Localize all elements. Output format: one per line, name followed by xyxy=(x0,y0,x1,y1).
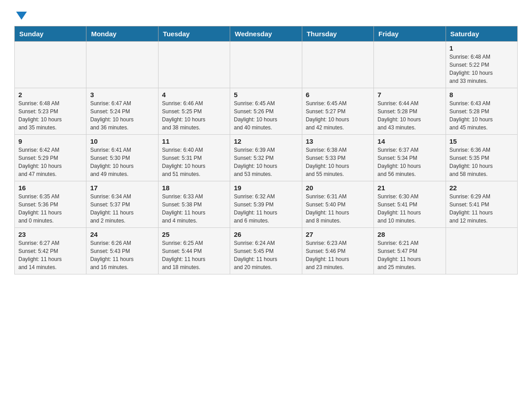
calendar-row-5: 23Sunrise: 6:27 AM Sunset: 5:42 PM Dayli… xyxy=(15,228,518,274)
day-number: 24 xyxy=(90,231,154,238)
calendar-row-1: 1Sunrise: 6:48 AM Sunset: 5:22 PM Daylig… xyxy=(15,42,518,88)
day-info: Sunrise: 6:32 AM Sunset: 5:39 PM Dayligh… xyxy=(234,193,298,225)
calendar-cell: 7Sunrise: 6:44 AM Sunset: 5:28 PM Daylig… xyxy=(374,88,446,135)
calendar-header-row: SundayMondayTuesdayWednesdayThursdayFrid… xyxy=(15,26,518,42)
calendar-row-2: 2Sunrise: 6:48 AM Sunset: 5:23 PM Daylig… xyxy=(15,88,518,135)
day-info: Sunrise: 6:40 AM Sunset: 5:31 PM Dayligh… xyxy=(162,146,226,178)
weekday-header-wednesday: Wednesday xyxy=(230,26,302,42)
day-number: 15 xyxy=(450,137,514,145)
day-info: Sunrise: 6:26 AM Sunset: 5:43 PM Dayligh… xyxy=(90,239,154,271)
logo xyxy=(14,11,27,19)
day-number: 25 xyxy=(162,231,226,238)
day-info: Sunrise: 6:46 AM Sunset: 5:25 PM Dayligh… xyxy=(162,99,226,132)
day-info: Sunrise: 6:44 AM Sunset: 5:28 PM Dayligh… xyxy=(378,99,442,132)
calendar-cell: 8Sunrise: 6:43 AM Sunset: 5:28 PM Daylig… xyxy=(446,88,517,135)
calendar-cell: 18Sunrise: 6:33 AM Sunset: 5:38 PM Dayli… xyxy=(158,181,230,228)
day-number: 12 xyxy=(234,137,298,145)
day-number: 27 xyxy=(306,231,370,238)
calendar-cell: 24Sunrise: 6:26 AM Sunset: 5:43 PM Dayli… xyxy=(86,228,158,274)
weekday-header-thursday: Thursday xyxy=(302,26,373,42)
day-info: Sunrise: 6:37 AM Sunset: 5:34 PM Dayligh… xyxy=(378,146,442,178)
day-number: 4 xyxy=(162,91,226,98)
day-info: Sunrise: 6:48 AM Sunset: 5:22 PM Dayligh… xyxy=(450,53,514,85)
weekday-header-tuesday: Tuesday xyxy=(158,26,230,42)
day-info: Sunrise: 6:45 AM Sunset: 5:27 PM Dayligh… xyxy=(306,99,370,132)
calendar-cell: 15Sunrise: 6:36 AM Sunset: 5:35 PM Dayli… xyxy=(446,135,517,181)
day-number: 10 xyxy=(90,137,154,145)
calendar-cell: 3Sunrise: 6:47 AM Sunset: 5:24 PM Daylig… xyxy=(86,88,158,135)
day-info: Sunrise: 6:43 AM Sunset: 5:28 PM Dayligh… xyxy=(450,99,514,132)
day-info: Sunrise: 6:47 AM Sunset: 5:24 PM Dayligh… xyxy=(90,99,154,132)
day-info: Sunrise: 6:27 AM Sunset: 5:42 PM Dayligh… xyxy=(18,239,82,271)
calendar-cell xyxy=(446,228,517,274)
calendar-cell: 4Sunrise: 6:46 AM Sunset: 5:25 PM Daylig… xyxy=(158,88,230,135)
day-info: Sunrise: 6:33 AM Sunset: 5:38 PM Dayligh… xyxy=(162,193,226,225)
day-number: 26 xyxy=(234,231,298,238)
day-info: Sunrise: 6:23 AM Sunset: 5:46 PM Dayligh… xyxy=(306,239,370,271)
day-number: 16 xyxy=(18,184,82,192)
day-info: Sunrise: 6:29 AM Sunset: 5:41 PM Dayligh… xyxy=(450,193,514,225)
weekday-header-saturday: Saturday xyxy=(446,26,517,42)
calendar-cell xyxy=(302,42,373,88)
day-info: Sunrise: 6:39 AM Sunset: 5:32 PM Dayligh… xyxy=(234,146,298,178)
calendar-cell: 27Sunrise: 6:23 AM Sunset: 5:46 PM Dayli… xyxy=(302,228,373,274)
calendar-row-3: 9Sunrise: 6:42 AM Sunset: 5:29 PM Daylig… xyxy=(15,135,518,181)
day-info: Sunrise: 6:25 AM Sunset: 5:44 PM Dayligh… xyxy=(162,239,226,271)
day-number: 19 xyxy=(234,184,298,192)
day-info: Sunrise: 6:30 AM Sunset: 5:41 PM Dayligh… xyxy=(378,193,442,225)
day-info: Sunrise: 6:45 AM Sunset: 5:26 PM Dayligh… xyxy=(234,99,298,132)
day-info: Sunrise: 6:21 AM Sunset: 5:47 PM Dayligh… xyxy=(378,239,442,271)
calendar-cell: 23Sunrise: 6:27 AM Sunset: 5:42 PM Dayli… xyxy=(15,228,86,274)
calendar-cell: 6Sunrise: 6:45 AM Sunset: 5:27 PM Daylig… xyxy=(302,88,373,135)
calendar-cell: 22Sunrise: 6:29 AM Sunset: 5:41 PM Dayli… xyxy=(446,181,517,228)
calendar-cell xyxy=(230,42,302,88)
day-number: 17 xyxy=(90,184,154,192)
calendar-cell: 5Sunrise: 6:45 AM Sunset: 5:26 PM Daylig… xyxy=(230,88,302,135)
calendar-cell: 13Sunrise: 6:38 AM Sunset: 5:33 PM Dayli… xyxy=(302,135,373,181)
calendar-cell: 26Sunrise: 6:24 AM Sunset: 5:45 PM Dayli… xyxy=(230,228,302,274)
logo-triangle-icon xyxy=(16,12,27,20)
calendar-cell xyxy=(86,42,158,88)
day-info: Sunrise: 6:35 AM Sunset: 5:36 PM Dayligh… xyxy=(18,193,82,225)
calendar-cell: 11Sunrise: 6:40 AM Sunset: 5:31 PM Dayli… xyxy=(158,135,230,181)
day-number: 23 xyxy=(18,231,82,238)
day-info: Sunrise: 6:31 AM Sunset: 5:40 PM Dayligh… xyxy=(306,193,370,225)
day-number: 8 xyxy=(450,91,514,98)
calendar-table: SundayMondayTuesdayWednesdayThursdayFrid… xyxy=(14,26,518,274)
weekday-header-sunday: Sunday xyxy=(15,26,86,42)
day-info: Sunrise: 6:38 AM Sunset: 5:33 PM Dayligh… xyxy=(306,146,370,178)
day-number: 9 xyxy=(18,137,82,145)
calendar-cell: 9Sunrise: 6:42 AM Sunset: 5:29 PM Daylig… xyxy=(15,135,86,181)
calendar-cell xyxy=(15,42,86,88)
calendar-cell: 2Sunrise: 6:48 AM Sunset: 5:23 PM Daylig… xyxy=(15,88,86,135)
page-header xyxy=(14,11,518,19)
day-info: Sunrise: 6:48 AM Sunset: 5:23 PM Dayligh… xyxy=(18,99,82,132)
day-info: Sunrise: 6:41 AM Sunset: 5:30 PM Dayligh… xyxy=(90,146,154,178)
calendar-cell: 14Sunrise: 6:37 AM Sunset: 5:34 PM Dayli… xyxy=(374,135,446,181)
calendar-cell: 17Sunrise: 6:34 AM Sunset: 5:37 PM Dayli… xyxy=(86,181,158,228)
day-number: 11 xyxy=(162,137,226,145)
day-number: 28 xyxy=(378,231,442,238)
day-number: 13 xyxy=(306,137,370,145)
day-number: 6 xyxy=(306,91,370,98)
calendar-cell: 20Sunrise: 6:31 AM Sunset: 5:40 PM Dayli… xyxy=(302,181,373,228)
calendar-cell: 21Sunrise: 6:30 AM Sunset: 5:41 PM Dayli… xyxy=(374,181,446,228)
day-number: 18 xyxy=(162,184,226,192)
day-number: 2 xyxy=(18,91,82,98)
day-info: Sunrise: 6:36 AM Sunset: 5:35 PM Dayligh… xyxy=(450,146,514,178)
calendar-cell: 25Sunrise: 6:25 AM Sunset: 5:44 PM Dayli… xyxy=(158,228,230,274)
weekday-header-monday: Monday xyxy=(86,26,158,42)
calendar-cell: 16Sunrise: 6:35 AM Sunset: 5:36 PM Dayli… xyxy=(15,181,86,228)
day-number: 20 xyxy=(306,184,370,192)
day-number: 3 xyxy=(90,91,154,98)
day-number: 1 xyxy=(450,44,514,52)
day-info: Sunrise: 6:24 AM Sunset: 5:45 PM Dayligh… xyxy=(234,239,298,271)
calendar-cell xyxy=(158,42,230,88)
day-number: 22 xyxy=(450,184,514,192)
calendar-cell: 19Sunrise: 6:32 AM Sunset: 5:39 PM Dayli… xyxy=(230,181,302,228)
day-info: Sunrise: 6:42 AM Sunset: 5:29 PM Dayligh… xyxy=(18,146,82,178)
calendar-cell: 1Sunrise: 6:48 AM Sunset: 5:22 PM Daylig… xyxy=(446,42,517,88)
day-info: Sunrise: 6:34 AM Sunset: 5:37 PM Dayligh… xyxy=(90,193,154,225)
day-number: 5 xyxy=(234,91,298,98)
calendar-cell: 10Sunrise: 6:41 AM Sunset: 5:30 PM Dayli… xyxy=(86,135,158,181)
